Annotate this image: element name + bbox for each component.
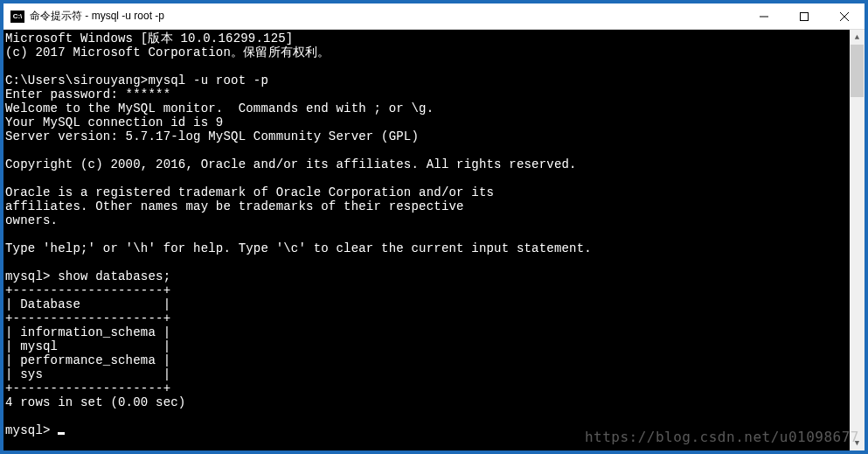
titlebar[interactable]: C:\ 命令提示符 - mysql -u root -p — [3, 3, 865, 30]
command-prompt-window: C:\ 命令提示符 - mysql -u root -p Microsoft W… — [3, 3, 865, 451]
window-controls — [744, 3, 865, 29]
scroll-up-icon[interactable]: ▲ — [850, 30, 865, 45]
terminal-area: Microsoft Windows [版本 10.0.16299.125] (c… — [3, 30, 865, 451]
cmd-icon: C:\ — [10, 10, 24, 23]
terminal-output[interactable]: Microsoft Windows [版本 10.0.16299.125] (c… — [3, 30, 850, 451]
close-icon — [840, 12, 849, 21]
maximize-button[interactable] — [784, 3, 824, 29]
close-button[interactable] — [824, 3, 865, 29]
window-title: 命令提示符 - mysql -u root -p — [30, 9, 744, 24]
cursor — [58, 432, 65, 435]
maximize-icon — [800, 12, 809, 21]
minimize-icon — [760, 12, 768, 21]
scroll-down-icon[interactable]: ▼ — [850, 436, 865, 451]
scrollbar-thumb[interactable] — [851, 45, 864, 97]
minimize-button[interactable] — [744, 3, 784, 29]
svg-rect-1 — [801, 12, 809, 20]
vertical-scrollbar[interactable]: ▲ ▼ — [850, 30, 865, 451]
